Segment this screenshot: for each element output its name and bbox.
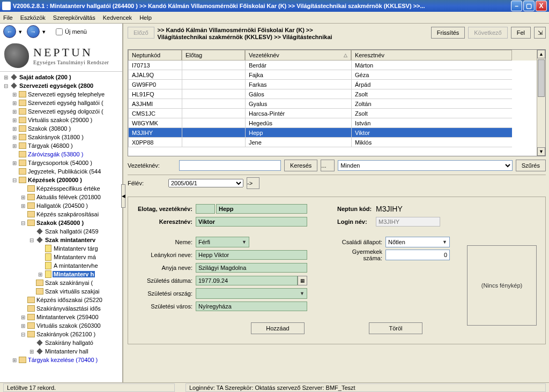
- new-menu-checkbox[interactable]: Új menü: [56, 28, 87, 35]
- tree-row[interactable]: Szakirányválasztási idős: [0, 304, 122, 313]
- date-picker-button[interactable]: ▦: [298, 276, 307, 285]
- tree-row[interactable]: ⊞Mintatanterv h: [0, 270, 122, 278]
- tree-twisty-icon[interactable]: ⊞: [28, 349, 35, 355]
- tree-twisty-icon[interactable]: ⊞: [11, 109, 18, 115]
- tree-row[interactable]: A mintatantervhe: [0, 261, 122, 270]
- tree-row[interactable]: ⊟Szakok (245000 ): [0, 218, 122, 227]
- menu-tools[interactable]: Eszközök: [20, 14, 46, 21]
- tree-twisty-icon[interactable]: ⊞: [19, 314, 27, 320]
- table-row[interactable]: HL91FQGálosZsolt: [128, 89, 545, 99]
- tree-row[interactable]: ⊞Mintatanterv hall: [0, 347, 122, 356]
- nav-forward-button[interactable]: →: [27, 25, 40, 38]
- tree-row[interactable]: ⊞Virtuális szakok (260300: [0, 321, 122, 330]
- tree-twisty-icon[interactable]: ⊟: [11, 177, 18, 183]
- tree-row[interactable]: Záróvizsgák (53800 ): [0, 150, 122, 159]
- col-vezeteknev[interactable]: Vezetéknév△: [245, 50, 351, 61]
- tree-twisty-icon[interactable]: ⊞: [11, 143, 18, 149]
- tree-row[interactable]: ⊞Szervezeti egység dolgozói (: [0, 107, 122, 116]
- tree-twisty-icon[interactable]: ⊟: [28, 237, 35, 243]
- nav-tree[interactable]: ⊞Saját adatok (200 )⊟Szervezeti egységek…: [0, 72, 122, 382]
- tree-twisty-icon[interactable]: ⊟: [19, 220, 27, 226]
- tree-twisty-icon[interactable]: ⊞: [19, 203, 27, 209]
- tree-row[interactable]: Szak hallgatói (2459: [0, 227, 122, 236]
- semester-go-button[interactable]: ->: [247, 177, 259, 189]
- col-elotag[interactable]: Előtag: [182, 50, 245, 61]
- tree-row[interactable]: Képzés szakpárosításai: [0, 210, 122, 218]
- tree-row[interactable]: ⊞Szervezeti egység telephelye: [0, 90, 122, 99]
- col-neptunkod[interactable]: Neptunkód: [128, 50, 182, 61]
- tree-row[interactable]: ⊟Szakirányok (262100 ): [0, 330, 122, 338]
- tree-twisty-icon[interactable]: ⊞: [19, 194, 27, 200]
- menu-file[interactable]: File: [3, 14, 13, 21]
- semester-select[interactable]: 2005/06/1: [168, 179, 243, 187]
- tree-twisty-icon[interactable]: ⊞: [11, 126, 18, 132]
- table-row[interactable]: M3JIHYHeppViktor: [128, 128, 545, 138]
- search-button[interactable]: Keresés: [284, 160, 317, 171]
- menu-roles[interactable]: Szerepkörváltás: [53, 14, 95, 21]
- tree-row[interactable]: ⊞Tárgyak (46800 ): [0, 141, 122, 150]
- select-csaladi[interactable]: Nőtlen▼: [385, 237, 450, 247]
- search-more-button[interactable]: ...: [321, 160, 335, 171]
- collapse-handle[interactable]: ◀: [121, 184, 125, 208]
- tree-row[interactable]: ⊞Virtuális szakok (29000 ): [0, 116, 122, 124]
- scroll-thumb[interactable]: [538, 59, 545, 97]
- tree-twisty-icon[interactable]: ⊞: [11, 100, 18, 106]
- tree-twisty-icon[interactable]: ⊞: [11, 92, 18, 97]
- nav-forward-menu[interactable]: ▾: [41, 28, 47, 35]
- tree-row[interactable]: ⊞Saját adatok (200 ): [0, 73, 122, 81]
- tree-twisty-icon[interactable]: ⊞: [2, 74, 10, 80]
- next-button[interactable]: Következő: [468, 27, 507, 39]
- table-row[interactable]: I70713BerdárMárton: [128, 61, 545, 70]
- col-keresztnev[interactable]: Keresztnév: [351, 50, 512, 61]
- minimize-button[interactable]: –: [511, 1, 522, 11]
- input-gyermekek[interactable]: [385, 250, 450, 260]
- menu-help[interactable]: Help: [139, 14, 152, 21]
- tree-twisty-icon[interactable]: ⊞: [19, 323, 27, 329]
- tree-row[interactable]: Jegyzetek, Publikációk (544: [0, 167, 122, 176]
- maximize-button[interactable]: ▢: [523, 1, 535, 11]
- tree-row[interactable]: ⊞Hallgatók (204500 ): [0, 201, 122, 210]
- new-menu-check-input[interactable]: [56, 28, 63, 35]
- select-neme[interactable]: Férfi▼: [196, 237, 249, 247]
- pin-button[interactable]: ⇲: [534, 27, 546, 39]
- tree-row[interactable]: Szak virtuális szakjai: [0, 287, 122, 296]
- tree-row[interactable]: ⊟Szervezeti egységek (2800: [0, 81, 122, 90]
- table-scrollbar[interactable]: ▲ ▼: [537, 50, 545, 156]
- filter-select[interactable]: Minden: [338, 160, 512, 171]
- search-input[interactable]: [179, 160, 281, 171]
- tree-row[interactable]: ⊞Aktuális félévek (201800: [0, 193, 122, 201]
- nav-back-menu[interactable]: ▾: [17, 28, 24, 35]
- table-row[interactable]: GW9FP0FarkasÁrpád: [128, 80, 545, 89]
- tree-row[interactable]: ⊞Szervezeti egység hallgatói (: [0, 99, 122, 107]
- scroll-up-icon[interactable]: ▲: [537, 50, 545, 58]
- table-row[interactable]: CMS1JCHarcsa-PintérZsolt: [128, 109, 545, 118]
- select-szuletesorszag[interactable]: ▼: [196, 288, 307, 299]
- tree-twisty-icon[interactable]: ⊟: [19, 331, 27, 337]
- delete-button[interactable]: Töröl: [369, 322, 422, 334]
- tree-row[interactable]: Képzés időszakai (25220: [0, 296, 122, 304]
- tree-row[interactable]: Képzésspecifikus értéke: [0, 184, 122, 193]
- table-row[interactable]: A3JHMIGyalusZoltán: [128, 99, 545, 109]
- tree-twisty-icon[interactable]: ⊞: [11, 160, 18, 166]
- tree-row[interactable]: Szakirány hallgató: [0, 338, 122, 347]
- tree-row[interactable]: ⊞Tárgycsoportok (54000 ): [0, 159, 122, 167]
- tree-twisty-icon[interactable]: ⊞: [11, 117, 18, 123]
- tree-twisty-icon[interactable]: ⊞: [36, 272, 44, 277]
- tree-row[interactable]: ⊞Mintatantervek (259400: [0, 313, 122, 321]
- tree-row[interactable]: ⊟Szak mintatanterv: [0, 236, 122, 244]
- tree-twisty-icon[interactable]: ⊞: [11, 134, 18, 140]
- tree-twisty-icon[interactable]: ⊟: [2, 83, 10, 89]
- nav-back-button[interactable]: ←: [3, 25, 16, 38]
- add-button[interactable]: Hozzáad: [251, 322, 305, 334]
- tree-row[interactable]: ⊟Képzések (200000 ): [0, 176, 122, 184]
- table-row[interactable]: X0PP88JeneMiklós: [128, 138, 545, 147]
- tree-row[interactable]: ⊞Tárgyak kezelése (70400 ): [0, 356, 122, 364]
- table-row[interactable]: AJAL9QFajkaGéza: [128, 70, 545, 80]
- refresh-button[interactable]: Frissítés: [431, 27, 465, 39]
- tree-row[interactable]: Szak szakirányai (: [0, 278, 122, 287]
- tree-row[interactable]: Mintatanterv tárg: [0, 244, 122, 253]
- close-button[interactable]: X: [536, 1, 547, 11]
- scroll-down-icon[interactable]: ▼: [537, 147, 545, 156]
- menu-favorites[interactable]: Kedvencek: [103, 14, 132, 21]
- tree-twisty-icon[interactable]: ⊞: [11, 357, 18, 363]
